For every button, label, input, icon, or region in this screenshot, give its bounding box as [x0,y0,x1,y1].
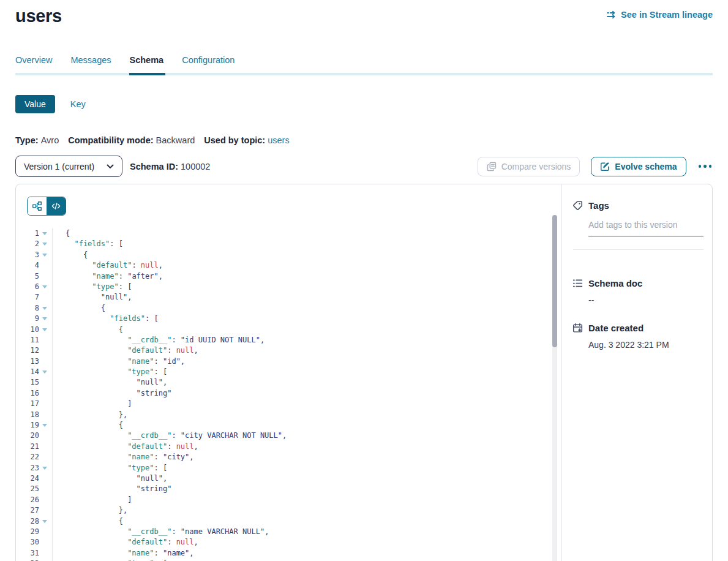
fold-gutter [39,260,53,271]
code-line: 16"string" [16,388,561,399]
value-toggle-button[interactable]: Value [15,95,55,113]
fold-arrow-icon[interactable] [42,328,47,331]
fold-gutter [39,410,53,420]
fold-arrow-icon[interactable] [42,424,47,427]
fold-arrow-icon[interactable] [42,254,47,257]
tab-overview[interactable]: Overview [15,55,52,73]
topic-link[interactable]: users [268,135,289,145]
type-value: Avro [41,135,59,145]
line-number: 3 [16,250,39,260]
fold-arrow-icon[interactable] [42,307,47,310]
code-text: "type": [ [53,367,167,377]
line-number: 18 [16,410,39,420]
schema-doc-value: -- [588,295,704,305]
key-toggle-button[interactable]: Key [70,99,86,109]
code-line: 1{ [16,228,561,239]
fold-gutter [39,325,53,335]
tags-input[interactable] [588,220,704,230]
fold-gutter [39,377,53,388]
code-line: 17] [16,399,561,409]
date-created-heading: Date created [572,323,704,333]
lineage-link-label: See in Stream lineage [621,10,713,20]
date-created-heading-label: Date created [588,323,644,333]
fold-arrow-icon[interactable] [42,371,47,374]
fold-gutter [39,431,53,441]
fold-gutter [39,303,53,314]
fold-gutter [39,388,53,399]
line-number: 28 [16,516,39,527]
code-text: { [53,420,123,431]
fold-gutter [39,473,53,484]
line-number: 16 [16,388,39,399]
code-text: "name": "id", [53,356,185,367]
more-options-button[interactable] [697,162,713,170]
editor-scrollbar-thumb[interactable] [552,215,557,347]
code-text: "type": [ [53,559,167,561]
fold-gutter [39,495,53,505]
schema-doc-section: Schema doc -- [572,278,704,305]
fold-arrow-icon[interactable] [42,317,47,320]
fold-gutter [39,463,53,473]
schema-panel: 1{2"fields": [3{4"default": null,5"name"… [15,184,713,561]
code-text: "type": [ [53,463,167,473]
fold-gutter [39,356,53,367]
tree-view-icon [32,201,42,211]
tab-schema[interactable]: Schema [130,55,164,73]
tab-messages[interactable]: Messages [70,55,111,73]
fold-gutter [39,250,53,260]
schema-editor: 1{2"fields": [3{4"default": null,5"name"… [16,184,561,561]
fold-gutter [39,537,53,548]
page-title: users [15,6,62,26]
code-line: 8{ [16,303,561,314]
code-line: 20"__crdb__": "city VARCHAR NOT NULL", [16,431,561,441]
line-number: 23 [16,463,39,473]
line-number: 5 [16,271,39,282]
code-line: 19{ [16,420,561,431]
fold-gutter [39,484,53,494]
tree-view-button[interactable] [28,197,47,215]
fold-gutter [39,548,53,559]
topic-label: Used by topic: [204,135,265,145]
fold-arrow-icon[interactable] [42,520,47,523]
code-text: "fields": [ [53,239,123,249]
line-number: 22 [16,452,39,462]
fold-gutter [39,228,53,239]
fold-gutter [39,345,53,356]
compare-versions-button[interactable]: Compare versions [478,157,580,176]
compatibility-value: Backward [156,135,195,145]
fold-arrow-icon[interactable] [42,243,47,246]
evolve-schema-button[interactable]: Evolve schema [591,157,686,176]
line-number: 4 [16,260,39,271]
line-number: 2 [16,239,39,249]
code-line: 5"name": "after", [16,271,561,282]
tabs: OverviewMessagesSchemaConfiguration [15,55,713,75]
code-line: 22"name": "city", [16,452,561,462]
code-line: 32"type": [ [16,559,561,561]
code-icon [51,201,61,211]
schema-id: Schema ID: 100002 [130,162,210,171]
page-header: users See in Stream lineage [0,0,728,26]
version-select-value: Version 1 (current) [24,162,94,171]
code-line: 26] [16,495,561,505]
code-line: 31"name": "name", [16,548,561,559]
code-text: "string" [53,388,171,399]
fold-gutter [39,314,53,324]
code-text: "null", [53,473,167,484]
calendar-plus-icon [572,323,583,333]
code-text: { [53,250,88,260]
fold-arrow-icon[interactable] [42,232,47,235]
fold-arrow-icon[interactable] [42,285,47,288]
line-number: 17 [16,399,39,409]
see-in-stream-lineage-link[interactable]: See in Stream lineage [606,10,713,20]
version-bar: Version 1 (current) Schema ID: 100002 Co… [15,156,713,177]
code-text: { [53,516,123,527]
code-text: ] [53,399,132,409]
fold-arrow-icon[interactable] [42,467,47,470]
version-select[interactable]: Version 1 (current) [15,156,122,177]
code-view-button[interactable] [47,197,66,215]
tab-configuration[interactable]: Configuration [182,55,235,73]
line-number: 11 [16,335,39,345]
code-line: 6"type": [ [16,282,561,292]
editor-scrollbar-track[interactable] [552,215,557,561]
fold-gutter [39,367,53,377]
